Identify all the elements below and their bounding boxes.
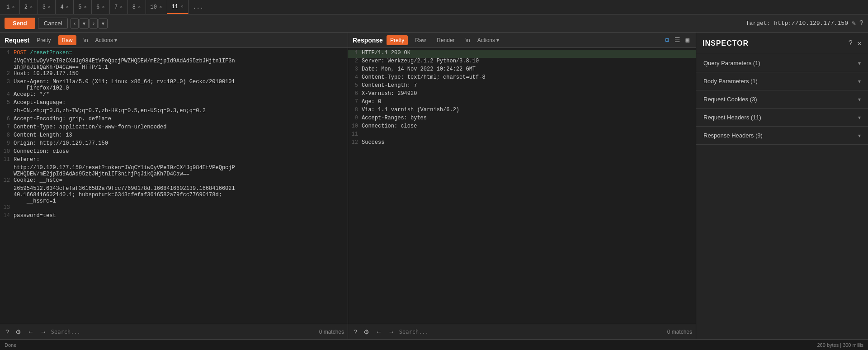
tab-3[interactable]: 3 ×	[38, 0, 56, 14]
tab-7-close[interactable]: ×	[120, 5, 123, 10]
request-line-5: 5 Accept-Language:	[0, 99, 348, 108]
response-settings-button[interactable]: ⚙	[362, 327, 371, 336]
help-icon-toolbar[interactable]: ?	[859, 19, 863, 27]
request-line-12: 12 Cookie: __hstc=	[0, 177, 348, 185]
inspector-help-icon[interactable]: ?	[849, 39, 853, 47]
response-line-2: 2 Server: Werkzeug/2.1.2 Python/3.8.10	[348, 58, 696, 66]
request-line-1b: JVqCY1iwOyVPeI0zCX4Jg984EtVPeQpcjPWZHQDE…	[0, 58, 348, 71]
response-tab-render[interactable]: Render	[433, 35, 458, 45]
request-line-10: 10 Connection: close	[0, 148, 348, 156]
tab-8-close[interactable]: ×	[138, 5, 141, 10]
request-line-5b: zh-CN,zh;q=0.8,zh-TW;q=0.7,zh-HK;q=0.5,e…	[0, 108, 348, 116]
tab-10[interactable]: 10 ×	[146, 0, 167, 14]
response-line-10: 10 Connection: close	[348, 123, 696, 131]
accordion-request-cookies-label: Request Cookies (3)	[703, 96, 757, 103]
tab-4[interactable]: 4 ×	[56, 0, 74, 14]
layout-list-icon[interactable]: ☰	[673, 35, 682, 45]
nav-fwd-dropdown[interactable]: ▾	[99, 19, 108, 28]
tab-2[interactable]: 2 ×	[20, 0, 38, 14]
accordion-response-headers-header[interactable]: Response Headers (9) ▾	[696, 127, 868, 144]
response-search-next[interactable]: →	[387, 327, 396, 336]
layout-grid-icon[interactable]: ⊞	[663, 35, 670, 45]
request-line-12b: 265954512.6343cfefaf3616582a79fcc7769017…	[0, 185, 348, 204]
status-text: Done	[5, 342, 16, 348]
tab-3-close[interactable]: ×	[48, 5, 51, 10]
response-panel: Response Pretty Raw Render \n Actions ▾ …	[348, 33, 696, 339]
response-tab-actions[interactable]: Actions ▾	[477, 37, 499, 43]
tab-bar: 1 × 2 × 3 × 4 × 5 × 6 × 7 × 8 × 10 × 11 …	[0, 0, 868, 14]
accordion-body-params: Body Parameters (1) ▾	[696, 72, 868, 90]
nav-back-dropdown[interactable]: ▾	[80, 19, 89, 28]
cancel-button[interactable]: Cancel	[38, 18, 68, 29]
layout-icons: ⊞ ☰ ▣	[663, 35, 691, 45]
response-tab-raw[interactable]: Raw	[411, 35, 429, 45]
request-search-prev[interactable]: ←	[26, 327, 36, 336]
response-tab-newline[interactable]: \n	[462, 35, 474, 45]
inspector-close-icon[interactable]: ✕	[857, 39, 862, 48]
accordion-request-cookies-header[interactable]: Request Cookies (3) ▾	[696, 90, 868, 108]
request-line-1: 1 POST /reset?token=	[0, 50, 348, 58]
tab-5[interactable]: 5 ×	[74, 0, 92, 14]
toolbar-right: Target: http://10.129.177.150 ✎ ?	[746, 19, 863, 28]
accordion-response-headers-label: Response Headers (9)	[703, 132, 763, 139]
accordion-request-headers-label: Request Headers (11)	[703, 114, 761, 121]
response-search-bar: ? ⚙ ← → 0 matches	[348, 324, 696, 339]
request-line-13: 13	[0, 204, 348, 213]
inspector-title: INSPECTOR	[703, 39, 749, 47]
inspector-panel: INSPECTOR ? ✕ Query Parameters (1) ▾ Bod…	[696, 33, 868, 339]
request-search-bar: ? ⚙ ← → 0 matches	[0, 324, 348, 339]
request-tab-actions[interactable]: Actions ▾	[95, 37, 117, 43]
request-settings-button[interactable]: ⚙	[14, 327, 23, 336]
nav-fwd-button[interactable]: ›	[90, 19, 98, 28]
send-button[interactable]: Send	[5, 18, 35, 29]
layout-box-icon[interactable]: ▣	[684, 35, 691, 45]
response-line-11: 11	[348, 131, 696, 139]
request-line-11b: http://10.129.177.150/reset?token=JVqCY1…	[0, 165, 348, 177]
response-tab-pretty[interactable]: Pretty	[387, 35, 408, 45]
request-search-next[interactable]: →	[38, 327, 48, 336]
accordion-query-params-header[interactable]: Query Parameters (1) ▾	[696, 54, 868, 72]
tab-2-close[interactable]: ×	[30, 5, 33, 10]
tab-1-close[interactable]: ×	[12, 5, 15, 10]
response-search-input[interactable]	[399, 329, 665, 335]
request-search-input[interactable]	[51, 329, 316, 335]
response-line-12: 12 Success	[348, 139, 696, 147]
tab-10-close[interactable]: ×	[159, 5, 162, 10]
response-line-9: 9 Accept-Ranges: bytes	[348, 115, 696, 123]
request-tab-newline[interactable]: \n	[80, 35, 92, 45]
tab-more[interactable]: ...	[189, 2, 208, 12]
request-line-14: 14 password=test	[0, 213, 348, 221]
response-actions-chevron-icon: ▾	[496, 37, 499, 43]
accordion-response-headers-chevron: ▾	[858, 132, 861, 139]
request-tab-raw[interactable]: Raw	[58, 35, 76, 45]
request-tab-pretty[interactable]: Pretty	[33, 35, 54, 45]
tab-1[interactable]: 1 ×	[2, 0, 20, 14]
accordion-request-headers-header[interactable]: Request Headers (11) ▾	[696, 109, 868, 126]
response-panel-title: Response	[353, 37, 383, 44]
request-panel-title: Request	[5, 37, 29, 44]
accordion-request-cookies-chevron: ▾	[858, 96, 861, 103]
tab-7[interactable]: 7 ×	[110, 0, 128, 14]
inspector-header: INSPECTOR ? ✕	[696, 33, 868, 54]
tab-11-close[interactable]: ×	[180, 4, 184, 9]
target-url: Target: http://10.129.177.150	[746, 20, 848, 27]
tab-5-close[interactable]: ×	[84, 5, 87, 10]
response-panel-header: Response Pretty Raw Render \n Actions ▾ …	[348, 33, 696, 48]
response-line-1: 1 HTTP/1.1 200 OK	[348, 50, 696, 58]
accordion-body-params-header[interactable]: Body Parameters (1) ▾	[696, 72, 868, 90]
tab-6-close[interactable]: ×	[102, 5, 105, 10]
edit-icon[interactable]: ✎	[852, 19, 856, 28]
tab-8[interactable]: 8 ×	[128, 0, 146, 14]
request-line-2: 2 Host: 10.129.177.150	[0, 71, 348, 79]
response-line-7: 7 Age: 0	[348, 99, 696, 107]
request-help-button[interactable]: ?	[4, 327, 11, 336]
request-code-area: 1 POST /reset?token= JVqCY1iwOyVPeI0zCX4…	[0, 48, 348, 324]
tab-4-close[interactable]: ×	[66, 5, 69, 10]
tab-6[interactable]: 6 ×	[92, 0, 110, 14]
request-line-11: 11 Referer:	[0, 156, 348, 165]
response-help-button[interactable]: ?	[352, 327, 359, 336]
response-line-8: 8 Via: 1.1 varnish (Varnish/6.2)	[348, 107, 696, 115]
nav-back-button[interactable]: ‹	[71, 19, 79, 28]
response-search-prev[interactable]: ←	[374, 327, 384, 336]
tab-11[interactable]: 11 ×	[167, 0, 189, 14]
